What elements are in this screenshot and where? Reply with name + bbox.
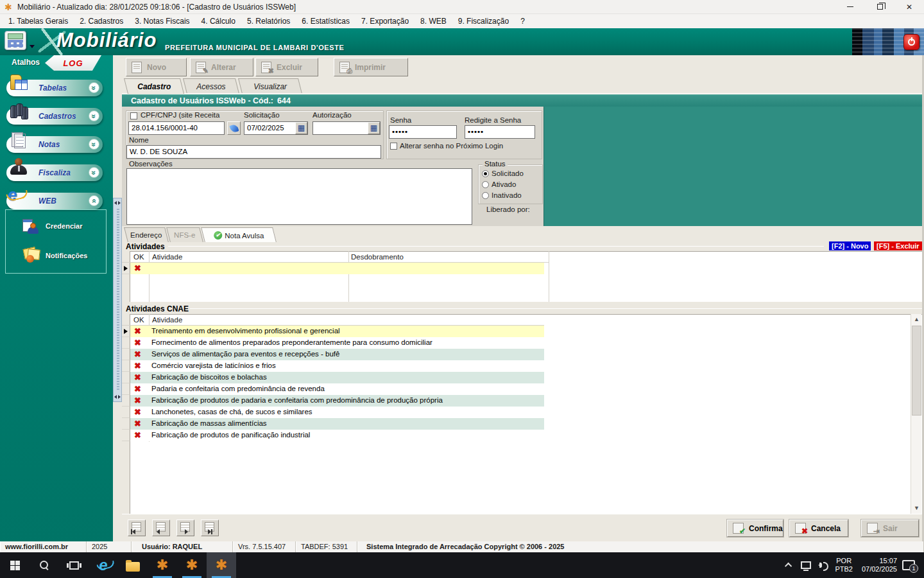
remove-icon[interactable]: ✖	[134, 419, 141, 429]
sidebar-item-credenciar[interactable]: Credenciar	[6, 215, 107, 237]
cnae-row[interactable]: ✖ Fornecimento de alimentos preparados p…	[122, 337, 922, 349]
dropdown-caret-icon[interactable]	[30, 45, 35, 48]
chevron-down-icon[interactable]: »	[89, 167, 99, 178]
clock[interactable]: 15:07 07/02/2025	[857, 557, 902, 574]
menu-exportacao[interactable]: 7. Exportação	[355, 14, 415, 28]
remove-icon[interactable]: ✖	[134, 430, 141, 441]
sidebar-splitter[interactable]	[113, 198, 122, 402]
log-badge[interactable]: LOG	[45, 55, 101, 71]
menu-web[interactable]: 8. WEB	[415, 14, 452, 28]
sair-button[interactable]: ⇥ Sair	[861, 520, 919, 537]
cadastros-icon	[9, 103, 28, 121]
cnae-row[interactable]: ✖ Fabricação de produtos de panificação …	[122, 430, 922, 441]
cpf-checkbox[interactable]	[130, 112, 137, 119]
cnae-scrollbar[interactable]: ▲ ▼	[911, 314, 921, 514]
chevron-down-icon[interactable]: »	[89, 139, 99, 150]
menu-tabelas-gerais[interactable]: 1. Tabelas Gerais	[3, 14, 74, 28]
tray-volume[interactable]	[814, 552, 831, 578]
taskbar-file-explorer[interactable]	[118, 552, 148, 578]
tray-network[interactable]	[798, 552, 814, 578]
title-bar: ✱ Mobiliário - Atualizado dia: 28/01/202…	[0, 0, 924, 14]
tab-visualizar[interactable]: Visualizar	[238, 78, 302, 94]
splitter-collapse-icon[interactable]	[114, 200, 121, 206]
menu-help[interactable]: ?	[515, 14, 531, 28]
menu-estatisticas[interactable]: 6. Estatísticas	[296, 14, 355, 28]
redigite-senha-input[interactable]: •••••	[465, 125, 535, 139]
cnae-row[interactable]: ✖ Comércio varejista de laticínios e fri…	[122, 360, 922, 372]
remove-icon[interactable]: ✖	[134, 407, 141, 417]
observacoes-textarea[interactable]	[126, 168, 472, 225]
language-indicator[interactable]: POR PTB2	[831, 557, 857, 574]
tab-acessos[interactable]: Acessos	[183, 78, 239, 94]
splitter-collapse-icon[interactable]	[114, 394, 121, 399]
tab-nota-avulsa[interactable]: ✔Nota Avulsa	[201, 227, 277, 242]
senha-input[interactable]: •••••	[389, 125, 457, 139]
cpf-input[interactable]: 28.014.156/0001-40	[128, 121, 225, 135]
cnae-row[interactable]: ✖ Fabricação de biscoitos e bolachas	[122, 372, 922, 383]
minimize-button[interactable]	[835, 0, 865, 14]
close-button[interactable]: ✕	[894, 0, 924, 14]
scroll-up-button[interactable]: ▲	[911, 314, 922, 325]
autorizacao-calendar-button[interactable]: ▦	[368, 122, 380, 134]
calculator-icon[interactable]	[4, 31, 26, 50]
cnae-row[interactable]: ✖ Serviços de alimentação para eventos e…	[122, 349, 922, 360]
remove-icon[interactable]: ✖	[134, 326, 141, 337]
remove-icon[interactable]: ✖	[134, 384, 141, 394]
tab-endereco[interactable]: Endereço	[124, 227, 169, 242]
scroll-thumb[interactable]	[912, 326, 921, 416]
sidebar-item-notificacoes[interactable]: Notificações	[6, 245, 107, 267]
remove-icon[interactable]: ✖	[134, 263, 141, 274]
taskbar-search-button[interactable]	[30, 552, 59, 578]
solicitacao-calendar-button[interactable]: ▦	[295, 122, 307, 134]
cnae-row[interactable]: ✖ Fabricação de produtos de padaria e co…	[122, 395, 922, 407]
nome-input[interactable]: W. D. DE SOUZA	[126, 145, 381, 159]
status-radio-solicitado[interactable]	[482, 170, 489, 177]
cancela-button[interactable]: ✖ Cancela	[789, 520, 848, 537]
taskbar-app-1[interactable]: ✱	[148, 552, 177, 578]
remove-icon[interactable]: ✖	[134, 372, 141, 383]
novo-button[interactable]: Novo	[126, 58, 187, 76]
confirma-button[interactable]: ✔ Confirma	[727, 520, 783, 537]
remove-icon[interactable]: ✖	[134, 338, 141, 348]
taskbar-app-3-active[interactable]: ✱	[207, 552, 236, 578]
cnae-row[interactable]: ✖ Padaria e confeitaria com predominânci…	[122, 383, 922, 395]
action-center-button[interactable]: 1	[902, 560, 915, 570]
chevron-up-icon[interactable]: »	[89, 195, 99, 206]
remove-icon[interactable]: ✖	[134, 349, 141, 360]
power-button[interactable]	[903, 34, 920, 50]
scroll-down-button[interactable]: ▼	[911, 503, 922, 514]
alterar-button[interactable]: ✎ Alterar	[190, 58, 253, 76]
last-record-button[interactable]	[201, 520, 219, 536]
start-button[interactable]	[0, 552, 30, 578]
status-radio-ativado[interactable]	[482, 181, 489, 188]
status-radio-inativado[interactable]	[482, 192, 489, 199]
section-header: Cadastro de Usuários ISSWeb - Cód.: 644	[122, 94, 922, 107]
menu-cadastros[interactable]: 2. Cadastros	[74, 14, 129, 28]
cnae-row[interactable]: ✖ Treinamento em desenvolvimento profiss…	[122, 326, 922, 337]
tray-expand-button[interactable]	[781, 552, 798, 578]
chevron-down-icon[interactable]: »	[89, 110, 99, 121]
first-record-button[interactable]	[128, 520, 146, 536]
tab-nfse[interactable]: NFS-e	[166, 227, 203, 242]
excluir-button[interactable]: ✖ Excluir	[255, 58, 318, 76]
remove-icon[interactable]: ✖	[134, 396, 141, 406]
task-view-button[interactable]	[59, 552, 89, 578]
taskbar-app-2[interactable]: ✱	[177, 552, 207, 578]
atividades-row[interactable]: ✖	[122, 263, 922, 274]
previous-record-button[interactable]	[152, 520, 170, 536]
next-record-button[interactable]	[176, 520, 194, 536]
tab-cadastro[interactable]: Cadastro	[124, 78, 184, 94]
menu-fiscalizacao[interactable]: 9. Fiscalização	[452, 14, 515, 28]
alterar-senha-checkbox[interactable]	[390, 143, 397, 150]
menu-notas-fiscais[interactable]: 3. Notas Fiscais	[129, 14, 195, 28]
taskbar-ie[interactable]: e	[89, 552, 118, 578]
receita-site-button[interactable]	[227, 121, 241, 135]
menu-relatorios[interactable]: 5. Relatórios	[241, 14, 296, 28]
restore-button[interactable]	[865, 0, 894, 14]
chevron-down-icon[interactable]: »	[89, 82, 99, 93]
menu-calculo[interactable]: 4. Cálculo	[196, 14, 241, 28]
cnae-row[interactable]: ✖ Fabricação de massas alimentícias	[122, 418, 922, 430]
imprimir-button[interactable]: ⎙ Imprimir	[334, 58, 408, 76]
remove-icon[interactable]: ✖	[134, 361, 141, 371]
cnae-row[interactable]: ✖ Lanchonetes, casas de chá, de sucos e …	[122, 407, 922, 418]
